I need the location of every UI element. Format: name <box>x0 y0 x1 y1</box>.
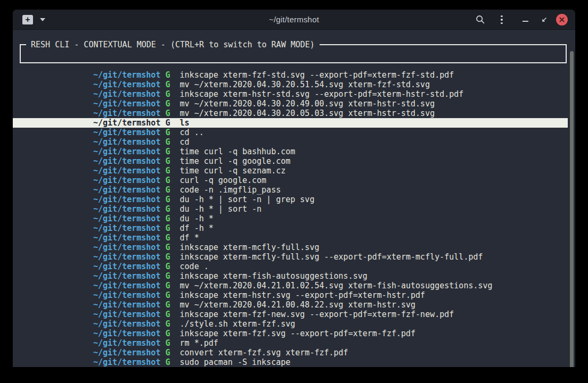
history-path: ~/git/termshot <box>93 338 160 348</box>
minimize-button[interactable] <box>519 13 532 26</box>
history-marker: G <box>165 262 170 271</box>
history-row[interactable]: ~/git/termshot G cd .. <box>13 128 568 137</box>
history-row[interactable]: ~/git/termshot G convert xterm-fzf.svg x… <box>13 348 568 357</box>
history-path: ~/git/termshot <box>93 214 160 223</box>
plus-icon: + <box>25 16 30 24</box>
history-row[interactable]: ~/git/termshot G inkscape xterm-fzf-std.… <box>13 70 568 80</box>
close-button[interactable] <box>556 14 568 26</box>
history-row[interactable]: ~/git/termshot G code -n .imgflip_pass <box>13 185 568 195</box>
history-marker: G <box>165 137 170 147</box>
history-path: ~/git/termshot <box>93 243 160 252</box>
history-row[interactable]: ~/git/termshot G inkscape xterm-hstr.svg… <box>13 290 568 300</box>
history-row[interactable]: ~/git/termshot G rm *.pdf <box>13 338 568 348</box>
restore-icon <box>541 16 548 23</box>
history-command: time curl -q seznam.cz <box>180 166 286 176</box>
history-row[interactable]: ~/git/termshot G curl -q google.com <box>13 176 568 185</box>
history-row[interactable]: ~/git/termshot G mv ~/xterm.2020.04.21.0… <box>13 281 568 290</box>
history-path: ~/git/termshot <box>93 195 160 204</box>
history-marker: G <box>165 223 170 233</box>
history-path: ~/git/termshot <box>93 290 160 300</box>
history-command: mv ~/xterm.2020.04.30.20.49.00.svg xterm… <box>180 99 435 109</box>
scrollbar-thumb[interactable] <box>570 51 574 367</box>
history-path: ~/git/termshot <box>93 70 160 80</box>
history-row[interactable]: ~/git/termshot G mv ~/xterm.2020.04.30.2… <box>13 109 568 118</box>
headerbar-left-controls: + <box>22 10 45 30</box>
history-row[interactable]: ~/git/termshot G du -h * | sort -n | gre… <box>13 195 568 204</box>
history-marker: G <box>165 281 170 290</box>
history-command: cd <box>180 137 190 147</box>
history-row[interactable]: ~/git/termshot G df -h * <box>13 223 568 233</box>
history-path: ~/git/termshot <box>93 252 160 262</box>
history-marker: G <box>165 147 170 156</box>
history-command: curl -q google.com <box>180 176 267 185</box>
history-row[interactable]: ~/git/termshot G time curl -q seznam.cz <box>13 166 568 176</box>
history-marker: G <box>165 338 170 348</box>
history-row[interactable]: ~/git/termshot G inkscape xterm-hstr-std… <box>13 89 568 99</box>
history-path: ~/git/termshot <box>93 89 160 99</box>
history-command: df -h * <box>180 223 214 233</box>
kebab-icon <box>501 15 503 24</box>
history-command: code . <box>180 262 209 271</box>
history-path: ~/git/termshot <box>93 262 160 271</box>
history-marker: G <box>165 204 170 214</box>
history-row[interactable]: ~/git/termshot G sudo pacman -S inkscape <box>13 357 568 367</box>
history-path: ~/git/termshot <box>93 329 160 338</box>
history-list: ~/git/termshot G inkscape xterm-fzf-std.… <box>13 70 568 367</box>
history-marker: G <box>165 166 170 176</box>
tab-dropdown-button[interactable] <box>40 18 45 21</box>
history-row[interactable]: ~/git/termshot G mv ~/xterm.2020.04.21.0… <box>13 300 568 310</box>
history-marker: G <box>165 300 170 310</box>
history-path: ~/git/termshot <box>93 357 160 367</box>
history-marker: G <box>165 109 170 118</box>
history-path: ~/git/termshot <box>93 223 160 233</box>
history-command: du -h * | sort -n <box>180 204 262 214</box>
history-row-selected[interactable]: ~/git/termshot G ls <box>13 118 568 128</box>
history-command: mv ~/xterm.2020.04.30.20.05.03.svg xterm… <box>180 109 435 118</box>
history-marker: G <box>165 185 170 195</box>
history-marker: G <box>165 243 170 252</box>
resh-search-box: RESH CLI - CONTEXTUAL MODE - (CTRL+R to … <box>20 44 567 63</box>
terminal-screen[interactable]: RESH CLI - CONTEXTUAL MODE - (CTRL+R to … <box>13 30 575 367</box>
history-row[interactable]: ~/git/termshot G time curl -q google.com <box>13 156 568 166</box>
history-command: ./style.sh xterm-fzf.svg <box>180 319 296 329</box>
resh-search-input[interactable] <box>23 47 564 61</box>
history-row[interactable]: ~/git/termshot G inkscape xterm-fzf-new.… <box>13 310 568 319</box>
history-command: inkscape xterm-hstr-std.svg --export-pdf… <box>180 89 464 99</box>
history-marker: G <box>165 128 170 137</box>
history-marker: G <box>165 80 170 89</box>
history-row[interactable]: ~/git/termshot G mv ~/xterm.2020.04.30.2… <box>13 80 568 89</box>
history-row[interactable]: ~/git/termshot G inkscape xterm-mcfly-fu… <box>13 243 568 252</box>
history-row[interactable]: ~/git/termshot G du -h * | sort -n <box>13 204 568 214</box>
restore-button[interactable] <box>538 13 551 26</box>
menu-button[interactable] <box>495 13 508 26</box>
history-row[interactable]: ~/git/termshot G du -h * <box>13 214 568 223</box>
new-tab-button[interactable]: + <box>22 15 33 24</box>
history-row[interactable]: ~/git/termshot G ./style.sh xterm-fzf.sv… <box>13 319 568 329</box>
history-path: ~/git/termshot <box>93 204 160 214</box>
history-row[interactable]: ~/git/termshot G df * <box>13 233 568 243</box>
history-row[interactable]: ~/git/termshot G inkscape xterm-fzf.svg … <box>13 329 568 338</box>
history-marker: G <box>165 195 170 204</box>
history-row[interactable]: ~/git/termshot G time curl -q bashhub.co… <box>13 147 568 156</box>
history-row[interactable]: ~/git/termshot G cd <box>13 137 568 147</box>
terminal-window: + ~/git/termshot <box>13 10 575 367</box>
history-path: ~/git/termshot <box>93 348 160 357</box>
history-row[interactable]: ~/git/termshot G code . <box>13 262 568 271</box>
history-path: ~/git/termshot <box>93 319 160 329</box>
history-marker: G <box>165 118 170 128</box>
history-path: ~/git/termshot <box>93 300 160 310</box>
search-icon <box>476 15 485 24</box>
history-command: df * <box>180 233 199 243</box>
history-row[interactable]: ~/git/termshot G inkscape xterm-mcfly-fu… <box>13 252 568 262</box>
search-button[interactable] <box>474 13 487 26</box>
history-marker: G <box>165 156 170 166</box>
history-path: ~/git/termshot <box>93 118 160 128</box>
history-command: inkscape xterm-fish-autosuggestions.svg <box>180 271 368 281</box>
history-row[interactable]: ~/git/termshot G inkscape xterm-fish-aut… <box>13 271 568 281</box>
history-command: inkscape xterm-mcfly-full.svg <box>180 243 320 252</box>
history-path: ~/git/termshot <box>93 166 160 176</box>
history-row[interactable]: ~/git/termshot G mv ~/xterm.2020.04.30.2… <box>13 99 568 109</box>
history-path: ~/git/termshot <box>93 80 160 89</box>
history-path: ~/git/termshot <box>93 185 160 195</box>
history-marker: G <box>165 252 170 262</box>
